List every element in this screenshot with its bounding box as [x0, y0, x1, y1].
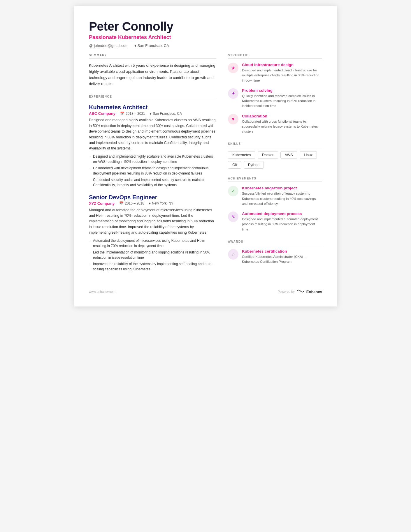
strength-content-2: Problem solving Quickly identified and r…	[242, 88, 322, 109]
award-item-1: ☆ Kubernetes certification Certified Kub…	[228, 249, 322, 265]
contact-info: @ johndoe@gmail.com ♦ San Francisco, CA	[89, 43, 322, 48]
job-period-2: 📅 2016 – 2018	[119, 201, 144, 205]
job-item: Kubernetes Architect ABC Company 📅 2018 …	[89, 104, 216, 187]
skill-tag: Python	[244, 161, 264, 169]
skill-tag: Docker	[258, 151, 278, 159]
footer-website: www.enhancv.com	[89, 290, 115, 293]
bullet-item: Improved the reliability of the systems …	[89, 261, 216, 272]
achievement-desc-1: Successfully led migration of legacy sys…	[242, 191, 322, 206]
award-title-1: Kubernetes certification	[242, 249, 322, 253]
trophy-icon: ☆	[231, 252, 235, 257]
award-desc-1: Certified Kubernetes Administrator (CKA)…	[242, 254, 322, 265]
strength-icon-2: ✦	[228, 88, 238, 99]
skill-tag: AWS	[280, 151, 297, 159]
award-content-1: Kubernetes certification Certified Kuber…	[242, 249, 322, 265]
job-meta-2: XYZ Company 📅 2016 – 2018 ♦ New York, NY	[89, 201, 216, 206]
bullet-item: Automated the deployment of microservice…	[89, 238, 216, 249]
strength-desc-1: Designed and implemented cloud infrastru…	[242, 68, 322, 83]
skills-grid: Kubernetes Docker AWS Linux Git Python	[228, 151, 322, 169]
resume-page: Peter Connolly Passionate Kubernetes Arc…	[74, 6, 337, 306]
calendar-icon-2: 📅	[119, 201, 124, 205]
star-icon: ★	[231, 65, 235, 71]
achievement-item-1: ✓ Kubernetes migration project Successfu…	[228, 186, 322, 206]
right-column: STRENGTHS ★ Cloud infrastructure design …	[228, 54, 322, 280]
achievement-icon-1: ✓	[228, 186, 238, 196]
email-contact: @ johndoe@gmail.com	[89, 43, 129, 48]
summary-section: SUMMARY Kubernetes Architect with 5 year…	[89, 54, 216, 87]
location-icon: ♦	[134, 43, 136, 48]
job-item: Senior DevOps Engineer XYZ Company 📅 201…	[89, 194, 216, 272]
strength-content-3: Collaboration Collaborated with cross-fu…	[242, 114, 322, 134]
achievement-icon-2: ✎	[228, 212, 238, 222]
strength-desc-3: Collaborated with cross-functional teams…	[242, 119, 322, 134]
achievement-title-2: Automated deployment process	[242, 212, 322, 216]
bullet-item: Designed and implemented highly scalable…	[89, 154, 216, 164]
awards-section: AWARDS ☆ Kubernetes certification Certif…	[228, 240, 322, 265]
skills-label: SKILLS	[228, 142, 322, 147]
experience-label: EXPERIENCE	[89, 95, 216, 100]
job-location-1: ♦ San Francisco, CA	[150, 112, 182, 116]
skills-section: SKILLS Kubernetes Docker AWS Linux Git P…	[228, 142, 322, 169]
candidate-title: Passionate Kubernetes Architect	[89, 34, 322, 40]
strength-title-3: Collaboration	[242, 114, 322, 118]
achievement-title-1: Kubernetes migration project	[242, 186, 322, 190]
job-meta-1: ABC Company 📅 2018 – 2021 ♦ San Francisc…	[89, 111, 216, 116]
strengths-label: STRENGTHS	[228, 54, 322, 59]
strength-title-2: Problem solving	[242, 88, 322, 93]
strength-desc-2: Quickly identified and resolved complex …	[242, 94, 322, 109]
pen-icon: ✎	[231, 214, 235, 219]
job-period-1: 📅 2018 – 2021	[120, 112, 145, 116]
left-column: SUMMARY Kubernetes Architect with 5 year…	[89, 54, 216, 280]
job-company-2: XYZ Company	[89, 201, 115, 206]
location-contact: ♦ San Francisco, CA	[134, 43, 169, 48]
job-desc-1: Designed and managed highly available Ku…	[89, 117, 216, 151]
strength-item-2: ✦ Problem solving Quickly identified and…	[228, 88, 322, 109]
experience-section: EXPERIENCE Kubernetes Architect ABC Comp…	[89, 95, 216, 272]
heart-icon: ♥	[232, 117, 235, 122]
email-icon: @	[89, 43, 93, 48]
job-location-2: ♦ New York, NY	[149, 201, 173, 205]
strengths-section: STRENGTHS ★ Cloud infrastructure design …	[228, 54, 322, 134]
skill-tag: Linux	[300, 151, 317, 159]
brand-logo-icon	[296, 289, 305, 295]
halfstar-icon: ✦	[231, 91, 235, 96]
awards-label: AWARDS	[228, 240, 322, 245]
summary-text: Kubernetes Architect with 5 years of exp…	[89, 63, 216, 87]
strength-icon-3: ♥	[228, 114, 238, 124]
achievements-section: ACHIEVEMENTS ✓ Kubernetes migration proj…	[228, 177, 322, 232]
achievement-content-2: Automated deployment process Designed an…	[242, 212, 322, 232]
pin-icon-1: ♦	[150, 112, 152, 116]
skill-tag: Kubernetes	[228, 151, 255, 159]
strength-item-3: ♥ Collaboration Collaborated with cross-…	[228, 114, 322, 134]
strength-title-1: Cloud infrastructure design	[242, 63, 322, 67]
calendar-icon-1: 📅	[120, 112, 124, 116]
achievement-desc-2: Designed and implemented automated deplo…	[242, 217, 322, 232]
summary-label: SUMMARY	[89, 54, 216, 59]
resume-footer: www.enhancv.com Powered by Enhancv	[89, 289, 322, 295]
brand-name: Enhancv	[306, 290, 322, 294]
strength-icon-1: ★	[228, 63, 238, 73]
footer-branding: Powered by Enhancv	[278, 289, 322, 295]
check-icon: ✓	[231, 189, 235, 194]
achievement-content-1: Kubernetes migration project Successfull…	[242, 186, 322, 206]
powered-by-text: Powered by	[278, 290, 295, 293]
job-company-1: ABC Company	[89, 111, 115, 116]
job-title-1: Kubernetes Architect	[89, 104, 216, 111]
job-desc-2: Managed and automated the deployment of …	[89, 207, 216, 236]
bullet-item: Conducted security audits and implemente…	[89, 177, 216, 188]
bullet-item: Led the implementation of monitoring and…	[89, 250, 216, 260]
header-section: Peter Connolly Passionate Kubernetes Arc…	[89, 20, 322, 48]
skill-tag: Git	[228, 161, 241, 169]
pin-icon-2: ♦	[149, 201, 151, 205]
strength-content-1: Cloud infrastructure design Designed and…	[242, 63, 322, 83]
achievement-item-2: ✎ Automated deployment process Designed …	[228, 212, 322, 232]
candidate-name: Peter Connolly	[89, 20, 322, 33]
award-icon-1: ☆	[228, 249, 238, 260]
achievements-label: ACHIEVEMENTS	[228, 177, 322, 182]
main-columns: SUMMARY Kubernetes Architect with 5 year…	[89, 54, 322, 280]
job-bullets-2: Automated the deployment of microservice…	[89, 238, 216, 272]
bullet-item: Collaborated with development teams to d…	[89, 165, 216, 176]
job-bullets-1: Designed and implemented highly scalable…	[89, 154, 216, 188]
strength-item-1: ★ Cloud infrastructure design Designed a…	[228, 63, 322, 83]
job-title-2: Senior DevOps Engineer	[89, 194, 216, 201]
